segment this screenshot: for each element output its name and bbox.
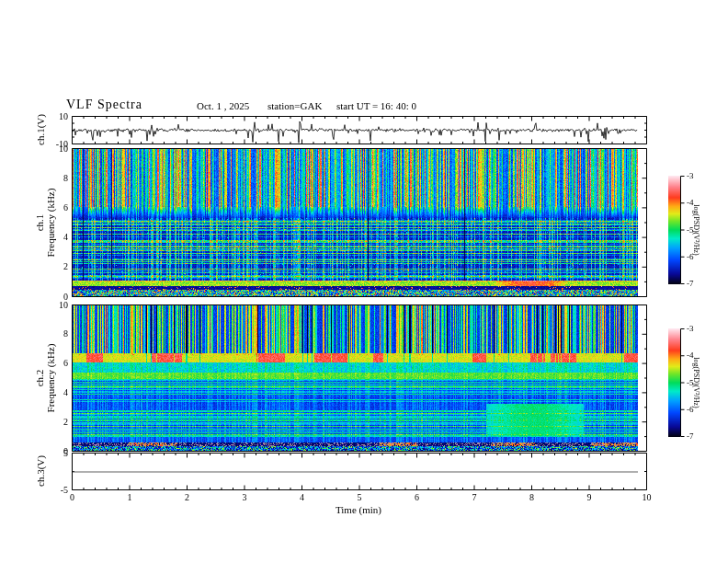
ch3-voltage-axis-title: ch.3(V)	[35, 455, 46, 487]
ch1-spectrogram-y-tick-label: 4	[46, 233, 68, 242]
ch2-spectrogram-y-tick-label: 10	[46, 301, 68, 310]
ch2-spectrogram-y-tick-label: 8	[46, 329, 68, 339]
colorbar-tick-label: -5	[687, 226, 694, 235]
ch1-voltage-waveform-canvas	[73, 117, 638, 144]
x-tick-label: 9	[580, 493, 598, 502]
colorbar-tick-label: -6	[687, 253, 694, 261]
ch1-spectrogram-axis-title-line1: ch.1	[34, 189, 45, 258]
x-tick-label: 1	[120, 493, 139, 502]
colorbar-tick-label: -5	[687, 379, 694, 387]
x-tick-label: 7	[465, 493, 483, 502]
ch1-spectrogram-axis-title: ch.1 Frequency (kHz)	[34, 189, 56, 258]
station-label: station=GAK	[267, 100, 322, 111]
ch2-spectrogram-canvas	[73, 305, 638, 451]
ch1-voltage-axis-title: ch.1(V)	[35, 114, 46, 145]
ch2-spectrogram-y-tick-label: 6	[46, 359, 68, 368]
x-tick-label: 10	[638, 493, 656, 502]
x-tick-label: 0	[63, 493, 82, 502]
ch1-voltage-axis-title-text: ch.1(V)	[35, 114, 46, 145]
colorbar-ch1-canvas	[668, 176, 680, 284]
ch2-spectrogram-axis-title-line1: ch.2	[34, 344, 45, 413]
ch3-voltage-line-canvas	[73, 454, 638, 489]
vlf-spectra-figure: VLF Spectra Oct. 1 , 2025 station=GAK st…	[0, 0, 728, 563]
ch1-voltage-y-tick-label: 10	[46, 112, 68, 121]
ch2-spectrogram-axis-title: ch.2 Frequency (kHz)	[34, 344, 56, 413]
start-ut-label: start UT = 16: 40: 0	[336, 100, 416, 111]
ch3-voltage-axis-title-text: ch.3(V)	[35, 455, 46, 487]
colorbar-tick-label: -3	[687, 172, 694, 180]
ch2-spectrogram-axis-title-line2: Frequency (kHz)	[45, 344, 56, 413]
x-tick-label: 3	[235, 493, 254, 502]
colorbar-tick-label: -4	[687, 351, 694, 360]
ch1-spectrogram-axis-title-line2: Frequency (kHz)	[45, 189, 56, 258]
x-tick-label: 6	[408, 493, 427, 502]
colorbar-tick-label: -3	[687, 325, 694, 333]
colorbar-ch2-canvas	[668, 328, 680, 437]
ch1-spectrogram-y-tick-label: 6	[46, 203, 68, 213]
x-tick-label: 8	[523, 493, 541, 502]
x-tick-label: 4	[293, 493, 312, 502]
x-tick-label: 5	[350, 493, 369, 502]
ch3-voltage-y-tick-label: 5	[46, 449, 68, 458]
ch2-spectrogram-y-tick-label: 4	[46, 388, 68, 397]
time-axis-title: Time (min)	[294, 504, 423, 515]
ch1-spectrogram-y-tick-label: 2	[46, 262, 68, 271]
ch1-spectrogram-y-tick-label: 8	[46, 174, 68, 183]
ch2-spectrogram-y-tick-label: 2	[46, 418, 68, 427]
colorbar-tick-label: -7	[687, 432, 694, 441]
colorbar-tick-label: -6	[687, 406, 694, 414]
colorbar-tick-label: -4	[687, 199, 694, 207]
x-tick-label: 2	[178, 493, 197, 502]
figure-title: VLF Spectra	[66, 98, 142, 112]
ch1-voltage-y-tick-label: -10	[46, 140, 68, 149]
colorbar-tick-label: -7	[687, 280, 694, 288]
ch3-voltage-y-tick-label: -5	[46, 486, 68, 495]
ch1-spectrogram-canvas	[73, 149, 638, 296]
date-label: Oct. 1 , 2025	[197, 100, 249, 111]
